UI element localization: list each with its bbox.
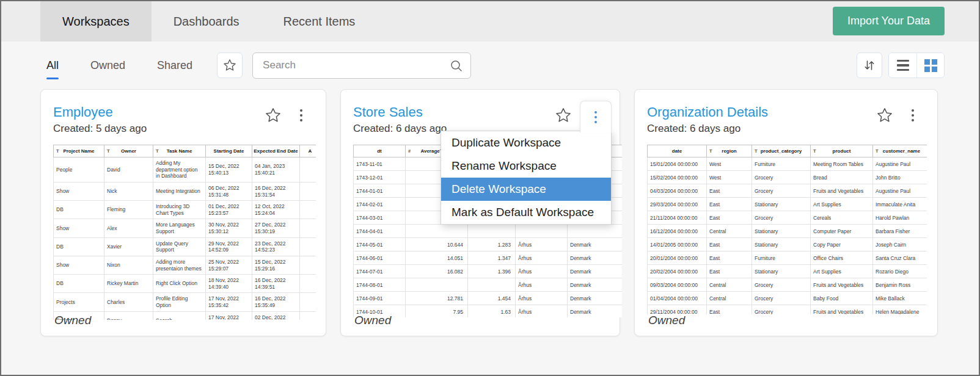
sort-button[interactable] [857,52,882,78]
table-row: ShowNixonAdding more presentaion themes2… [54,256,316,274]
table-cell: Xavier [104,237,153,256]
table-cell: 1744-05-01 [354,238,406,251]
table-cell: DB [54,275,104,293]
column-header: Expected End Date [252,145,300,157]
menu-item-duplicate-workspace[interactable]: Duplicate Workspace [441,131,611,154]
column-type-icon: T [876,148,879,154]
table-cell: Furniture [752,157,811,171]
table-cell: 1743-11-01 [354,157,406,171]
table-cell: 1744-02-01 [354,198,406,211]
table-row: 14/01/2005 00:00:00EastStationaryCopy Pa… [648,238,927,251]
table-cell: 04 Jan, 2023 15:40:21 [252,157,300,183]
table-cell: Benjamin Ross [873,278,927,292]
search-input[interactable] [253,59,470,71]
menu-item-delete-workspace[interactable]: Delete Workspace [441,178,611,201]
table-cell: Grocery [752,171,811,184]
table-row: PeopleDavidAdding My department option i… [54,157,316,183]
column-header: TOwner [104,145,153,157]
column-type-icon: T [755,148,758,154]
table-row: 29/11/2004 00:00:00EastGroceryFruits and… [648,305,927,315]
table-cell: Rozario Diego [873,265,927,278]
grid-view-icon [924,59,937,72]
table-cell: 20/01/2004 00:00:00 [648,251,707,265]
table-cell: Central [707,278,752,292]
table-cell: Adding My department option in Dashboard [153,157,206,183]
table-cell [568,225,623,238]
view-toggle-group [888,52,945,78]
table-cell: Århus [516,305,568,318]
tab-dashboards[interactable]: Dashboards [152,1,261,42]
table-cell: 29 Nov, 2022 14:52:09 [206,237,252,256]
star-icon [222,58,237,73]
table-cell: 1744-09-01 [354,292,406,305]
table-row: 29/03/2004 00:00:00EastStationaryArt Sup… [648,198,927,211]
preview-table: TProject NameTOwnerTTask NameStarting Da… [53,145,316,320]
created-label: Created: 5 days ago [53,123,326,135]
table-cell: Adding more presentaion themes [153,256,206,274]
import-your-data-button[interactable]: Import Your Data [833,7,945,35]
table-cell: Fruits and Vegetables [811,184,873,198]
list-view-button[interactable] [889,53,916,78]
column-header: TProject Name [54,145,104,157]
table-cell: Grocery [752,278,811,292]
table-cell: 15/01/2004 00:00:00 [648,157,707,171]
menu-item-rename-workspace[interactable]: Rename Workspace [441,154,611,178]
table-cell: Stationary [752,238,811,251]
table-cell: West [707,157,752,171]
workspace-preview[interactable]: dateTregionTproduct_categoryTproductTcus… [647,145,927,314]
table-cell: East [707,184,752,198]
table-cell: 16/12/2004 00:00:00 [648,225,707,238]
column-header: Tproduct_category [752,145,811,157]
table-cell: Århus [516,265,568,278]
search-icon [450,59,463,75]
more-options-icon[interactable] [298,107,305,124]
created-label: Created: 6 days ago [647,123,937,135]
table-cell [300,201,316,219]
favorite-star-icon[interactable] [876,107,893,124]
table-row: 16/12/2004 00:00:00CentralStationaryComp… [648,225,927,238]
table-cell: Denmark [568,278,623,292]
table-cell: Stationary [752,198,811,211]
table-cell: Projects [54,293,104,311]
table-cell: Stationary [752,265,811,278]
more-options-active-button[interactable] [580,101,612,132]
filter-owned[interactable]: Owned [90,56,125,76]
favorites-filter-button[interactable] [217,52,243,78]
table-cell: 1744-04-01 [354,225,406,238]
table-cell: 06 Dec, 2022 15:31:48 [206,182,252,200]
table-cell: Cereals [811,211,873,225]
table-cell [468,225,516,238]
table-cell: Fleming [104,201,153,219]
grid-view-button[interactable] [916,53,944,78]
table-cell: Århus [516,251,568,265]
table-cell: John Britto [873,171,927,184]
table-cell [300,311,316,320]
workspace-preview[interactable]: TProject NameTOwnerTTask NameStarting Da… [53,145,316,320]
favorite-star-icon[interactable] [555,107,572,124]
menu-item-mark-as-default-workspace[interactable]: Mark as Default Workspace [441,201,611,224]
table-row: DBRickey MartinRight Click Option18 Nov,… [54,275,316,293]
table-cell: Baby Food [811,292,873,305]
filter-all[interactable]: All [46,56,59,76]
column-header: Tregion [707,145,752,157]
table-cell: 20/02/2004 00:00:00 [648,265,707,278]
table-cell: Grocery [752,211,811,225]
table-cell: 30 Nov, 2022 15:30:12 [206,219,252,237]
table-cell: Helen Magadalene [873,305,927,315]
preview-table: dateTregionTproduct_categoryTproductTcus… [647,145,927,314]
favorite-star-icon[interactable] [265,107,282,124]
table-cell: Nixon [104,256,153,274]
tab-recent-items[interactable]: Recent Items [261,1,378,42]
table-row: 15/02/2004 00:00:00WestGroceryBreadJohn … [648,171,927,184]
more-options-icon[interactable] [909,107,916,124]
table-cell: Fruits and Vegetables [811,305,873,315]
column-type-icon: T [156,148,159,154]
table-cell: East [707,198,752,211]
table-cell: 10.644 [406,238,468,251]
filter-shared[interactable]: Shared [157,56,192,76]
tab-workspaces[interactable]: Workspaces [40,1,152,42]
column-type-icon: T [56,148,59,154]
table-row: DBFlemingIntroducing 3D Chart Types01 De… [54,201,316,219]
table-row: ProjectsDonnySearch17 Nov, 2022 15:31:51… [54,311,316,320]
table-cell [300,237,316,256]
